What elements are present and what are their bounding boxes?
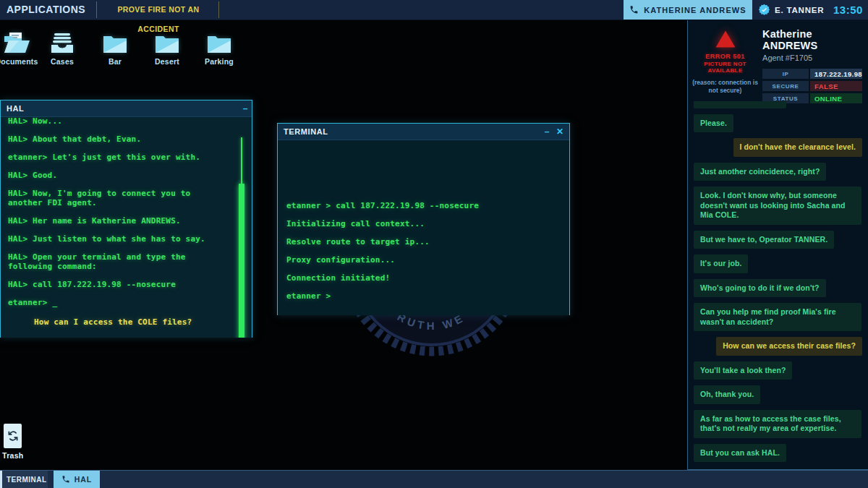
terminal-log-line: Proxy configuration... [286, 255, 569, 265]
chat-bubble-agent: But we have to, Operator TANNER. [694, 231, 834, 249]
hal-log-line: HAL> Good. [8, 171, 208, 180]
taskbar-item-terminal[interactable]: TERMINAL [0, 471, 48, 488]
hal-log-line: HAL> Her name is Katherine ANDREWS. [8, 216, 208, 226]
hal-window-header[interactable]: HAL – [1, 100, 252, 117]
call-transcript: Sacha and Mia COLE.Please.I don't have t… [688, 101, 868, 469]
applications-menu[interactable]: APPLICATIONS [7, 0, 85, 20]
call-contact-name: KATHERINE ANDREWS [644, 6, 746, 14]
taskbar: TERMINALHAL [0, 470, 868, 488]
desktop-icon-label: Cases [51, 57, 74, 66]
top-menu-bar: APPLICATIONS PROVE FIRE NOT AN ACCIDENT … [0, 0, 868, 20]
chat-bubble-agent: Who's going to do it if we don't? [694, 279, 826, 298]
taskbar-item-label: TERMINAL [2, 476, 47, 484]
agent-field-row: SECUREFALSE [762, 81, 862, 91]
phone-icon [61, 475, 70, 484]
trash-shortcut[interactable]: Trash [2, 424, 24, 460]
chat-bubble-agent: Look. I don't know why, but someone does… [694, 187, 861, 225]
agent-id: Agent #F1705 [762, 53, 862, 62]
chat-bubble-operator: How can we access their case files? [716, 337, 862, 356]
desktop-icon-label: Parking [205, 57, 234, 66]
hal-log-line: HAL> Just listen to what she has to say. [8, 234, 208, 244]
terminal-window-title: TERMINAL [278, 127, 540, 136]
hal-window-title: HAL [1, 104, 239, 113]
agent-field-value: FALSE [810, 81, 862, 91]
clock: 13:50 [833, 0, 863, 20]
hal-log-line: etanner> _ [8, 298, 208, 307]
terminal-output: etanner > call 187.222.19.98 --nosecureI… [278, 140, 569, 315]
error-code: ERROR 501 [705, 53, 745, 60]
terminal-log-line: Initializing call context... [286, 219, 569, 228]
hal-log-line: etanner> Let's just get this over with. [8, 153, 208, 162]
agent-field-row: IP187.222.19.98 [762, 69, 862, 79]
hal-log-line: HAL> Open your terminal and type the fol… [8, 252, 208, 271]
open-folder-documents-icon [3, 27, 30, 53]
topbar-divider [96, 1, 97, 18]
active-call-chip[interactable]: KATHERINE ANDREWS [624, 0, 752, 20]
desktop-icon-label: Bar [109, 57, 122, 66]
chat-bubble-agent: Sacha and Mia COLE. [694, 101, 786, 108]
hal-log-line: HAL> call 187.222.19.98 --nosecure [8, 280, 208, 289]
logged-user-chip: E. TANNER [758, 0, 824, 20]
terminal-log-line: etanner > call 187.222.19.98 --nosecure [286, 201, 569, 210]
taskbar-item-hal[interactable]: HAL [54, 471, 100, 488]
picture-error-block: ERROR 501 PICTURE NOT AVAILABLE (reason:… [691, 28, 760, 101]
minimize-button[interactable]: – [239, 103, 252, 114]
desktop-icon-label: Documents [0, 57, 38, 66]
topbar-divider [218, 1, 219, 18]
chat-bubble-agent: Just another coincidence, right? [694, 163, 826, 181]
hal-window: HAL – HAL> Now...HAL> About that debt, E… [0, 100, 252, 338]
chat-bubble-agent: As far as how to access the case files, … [694, 410, 861, 438]
scrollbar-thumb[interactable] [239, 184, 244, 338]
error-reason: (reason: connection is not secure) [692, 79, 759, 95]
hal-chat-log: HAL> Now...HAL> About that debt, Evan.et… [1, 117, 252, 338]
hal-dialog-option[interactable]: How can I access the COLE files? [34, 317, 208, 327]
chat-bubble-operator: I don't have the clearance level. [733, 138, 862, 157]
taskbar-item-label: HAL [75, 475, 93, 484]
chat-bubble-agent: It's our job. [694, 254, 748, 273]
game-desktop: APPLICATIONS PROVE FIRE NOT AN ACCIDENT … [0, 0, 868, 488]
chat-bubble-agent: Can you help me find proof Mia's fire wa… [694, 303, 861, 331]
phone-icon [629, 5, 639, 14]
hal-log-line: HAL> About that debt, Evan. [8, 134, 208, 144]
agent-field-value: 187.222.19.98 [810, 69, 862, 79]
agent-field-label: SECURE [762, 81, 809, 91]
desktop-icon-cases[interactable]: Cases [38, 27, 86, 66]
call-sidebar: ERROR 501 PICTURE NOT AVAILABLE (reason:… [687, 20, 868, 470]
agent-name: Katherine ANDREWS [762, 28, 862, 51]
objective-banner: PROVE FIRE NOT AN ACCIDENT [98, 0, 218, 39]
terminal-log-line: Resolve route to target ip... [286, 237, 569, 247]
minimize-button[interactable]: – [540, 127, 553, 137]
recycle-icon [4, 424, 22, 448]
terminal-log-line: Connection initiated! [286, 273, 569, 283]
terminal-window-header[interactable]: TERMINAL – ✕ [278, 124, 569, 140]
user-name: E. TANNER [775, 6, 824, 14]
terminal-log-line: etanner > [286, 291, 569, 301]
hal-log-line: HAL> Now... [8, 117, 208, 126]
hal-log-line: HAL> Now, I'm going to connect you to an… [8, 189, 208, 207]
chat-bubble-agent: Please. [694, 114, 733, 133]
chat-bubble-agent: But you can ask HAL. [694, 444, 786, 463]
trash-label: Trash [2, 451, 24, 460]
agent-badge-icon [758, 4, 770, 16]
chat-bubble-agent: You'll take a look then? [694, 361, 792, 380]
desktop-icon-documents[interactable]: Documents [0, 27, 41, 66]
tray-stack-icon [50, 27, 75, 53]
agent-field-label: IP [762, 69, 809, 79]
close-button[interactable]: ✕ [553, 127, 566, 137]
warning-triangle-icon [715, 30, 736, 48]
agent-info-panel: ERROR 501 PICTURE NOT AVAILABLE (reason:… [688, 20, 868, 101]
error-message: PICTURE NOT AVAILABLE [691, 61, 760, 74]
chat-bubble-agent: Oh, thank you. [694, 385, 760, 404]
terminal-window: TERMINAL – ✕ etanner > call 187.222.19.9… [277, 123, 570, 315]
desktop-icon-label: Desert [155, 57, 179, 66]
